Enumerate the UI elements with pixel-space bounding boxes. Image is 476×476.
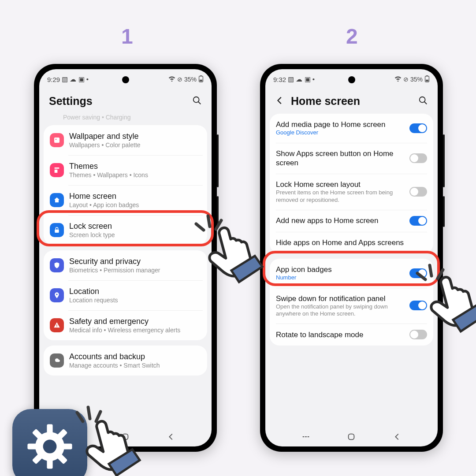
shield-icon <box>50 258 64 272</box>
svg-rect-25 <box>47 424 52 434</box>
row-apps-button[interactable]: Show Apps screen button on Home screen <box>270 143 433 174</box>
status-time: 9:32 <box>273 76 286 83</box>
nav-back-icon[interactable] <box>392 432 402 443</box>
toggle-add-new-apps[interactable] <box>409 216 427 226</box>
search-icon[interactable] <box>418 96 428 107</box>
row-rotate[interactable]: Rotate to landscape mode <box>270 324 433 346</box>
row-themes[interactable]: Themes Themes • Wallpapers • Icons <box>44 155 207 185</box>
nav-recents-icon[interactable] <box>301 432 311 443</box>
svg-rect-28 <box>63 443 72 449</box>
battery-icon <box>198 75 204 84</box>
lock-icon <box>50 223 64 237</box>
row-lock-screen[interactable]: Lock screen Screen lock type <box>44 215 207 245</box>
row-wallpaper[interactable]: Wallpaper and style Wallpapers • Color p… <box>44 125 207 155</box>
svg-rect-5 <box>54 138 60 143</box>
status-time: 9:29 <box>47 76 60 83</box>
svg-rect-26 <box>47 459 52 469</box>
svg-rect-7 <box>55 230 59 233</box>
back-icon[interactable] <box>275 96 285 107</box>
nav-back-icon[interactable] <box>166 432 176 443</box>
toggle-icon-badges[interactable] <box>409 268 427 278</box>
phone-frame-1: 9:29 ▧ ☁ ▣ • ⊘ 35% Settings Power saving <box>34 64 217 452</box>
alert-icon <box>50 318 64 332</box>
row-media-page[interactable]: Add media page to Home screen Google Dis… <box>270 114 433 143</box>
gear-icon <box>26 422 74 471</box>
row-swipe-panel[interactable]: Swipe down for notification panel Open t… <box>270 288 433 324</box>
wallpaper-icon <box>50 133 64 147</box>
row-safety[interactable]: Safety and emergency Medical info • Wire… <box>44 310 207 340</box>
svg-rect-27 <box>27 443 37 449</box>
cloud-icon <box>50 353 64 368</box>
svg-rect-14 <box>123 434 128 440</box>
row-lock-layout[interactable]: Lock Home screen layout Prevent items on… <box>270 174 433 210</box>
svg-rect-2 <box>200 79 202 81</box>
svg-line-19 <box>424 101 427 104</box>
row-add-new-apps[interactable]: Add new apps to Home screen <box>270 210 433 232</box>
nav-home-icon[interactable] <box>346 432 356 443</box>
toggle-rotate[interactable] <box>409 330 427 339</box>
partial-row-top: Power saving • Charging <box>44 114 207 125</box>
svg-rect-9 <box>56 324 57 326</box>
step-label-2: 2 <box>346 24 358 48</box>
battery-pct: 35% <box>410 76 423 83</box>
nav-home-icon[interactable] <box>120 432 130 443</box>
status-icons-left: ▧ ☁ ▣ • <box>288 75 315 83</box>
toggle-lock-layout[interactable] <box>409 187 427 197</box>
wifi-icon <box>394 76 402 83</box>
search-icon[interactable] <box>192 96 202 107</box>
svg-point-3 <box>193 97 199 102</box>
svg-rect-10 <box>56 327 57 327</box>
toggle-swipe-panel[interactable] <box>409 301 427 310</box>
svg-rect-1 <box>200 75 202 76</box>
svg-point-8 <box>56 294 57 295</box>
wifi-icon <box>168 76 175 83</box>
row-security[interactable]: Security and privacy Biometrics • Permis… <box>44 250 207 280</box>
toggle-media-page[interactable] <box>409 123 427 133</box>
row-home-screen[interactable]: Home screen Layout • App icon badges <box>44 185 207 215</box>
row-icon-badges[interactable]: App icon badges Number <box>270 259 433 288</box>
battery-icon <box>424 75 430 84</box>
step-label-1: 1 <box>121 24 133 48</box>
status-icons-left: ▧ ☁ ▣ • <box>62 75 89 83</box>
svg-rect-23 <box>349 434 354 440</box>
row-accounts[interactable]: Accounts and backup Manage accounts • Sm… <box>44 346 207 376</box>
svg-rect-16 <box>426 75 428 76</box>
svg-point-33 <box>43 440 57 454</box>
svg-point-6 <box>56 139 57 140</box>
no-data-icon: ⊘ <box>177 76 182 83</box>
page-title: Settings <box>49 95 192 108</box>
row-location[interactable]: Location Location requests <box>44 280 207 310</box>
row-hide-apps[interactable]: Hide apps on Home and Apps screens <box>270 232 433 253</box>
toggle-apps-button[interactable] <box>409 153 427 163</box>
svg-line-4 <box>198 101 201 104</box>
battery-pct: 35% <box>184 76 197 83</box>
phone-frame-2: 9:32 ▧ ☁ ▣ • ⊘ 35% Home screen <box>260 64 443 452</box>
page-title: Home screen <box>291 95 418 108</box>
svg-rect-17 <box>426 79 428 81</box>
svg-point-18 <box>420 97 425 102</box>
pin-icon <box>50 288 64 302</box>
no-data-icon: ⊘ <box>403 76 409 83</box>
home-icon <box>50 193 64 207</box>
settings-app-icon[interactable] <box>12 409 87 476</box>
themes-icon <box>50 163 64 177</box>
